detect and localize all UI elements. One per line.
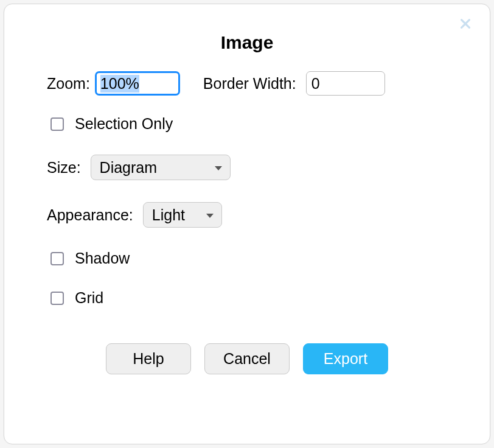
zoom-border-row: Zoom: Border Width: (47, 71, 447, 96)
size-label: Size: (47, 159, 81, 177)
shadow-label: Shadow (75, 250, 130, 267)
border-width-label: Border Width: (203, 75, 296, 93)
shadow-checkbox[interactable] (50, 252, 64, 265)
border-width-input[interactable] (306, 71, 385, 96)
appearance-select[interactable]: Light (143, 202, 222, 228)
grid-checkbox[interactable] (50, 292, 64, 305)
size-row: Size: Diagram (47, 155, 447, 180)
size-select[interactable]: Diagram (91, 155, 231, 180)
dialog-title: Image (47, 32, 447, 53)
zoom-label: Zoom: (47, 75, 90, 93)
shadow-row: Shadow (47, 250, 447, 267)
grid-label: Grid (75, 289, 103, 307)
cancel-button[interactable]: Cancel (204, 343, 290, 374)
zoom-input[interactable] (95, 71, 180, 96)
grid-row: Grid (47, 289, 447, 307)
export-button[interactable]: Export (303, 343, 388, 374)
dialog-buttons: Help Cancel Export (47, 343, 447, 374)
help-button[interactable]: Help (106, 343, 191, 374)
appearance-label: Appearance: (47, 206, 133, 224)
selection-only-label: Selection Only (75, 115, 173, 133)
selection-only-row: Selection Only (47, 115, 447, 133)
close-icon[interactable] (457, 15, 474, 32)
selection-only-checkbox[interactable] (50, 117, 64, 131)
export-image-dialog: Image Zoom: Border Width: Selection Only… (4, 4, 490, 444)
appearance-row: Appearance: Light (47, 202, 447, 228)
